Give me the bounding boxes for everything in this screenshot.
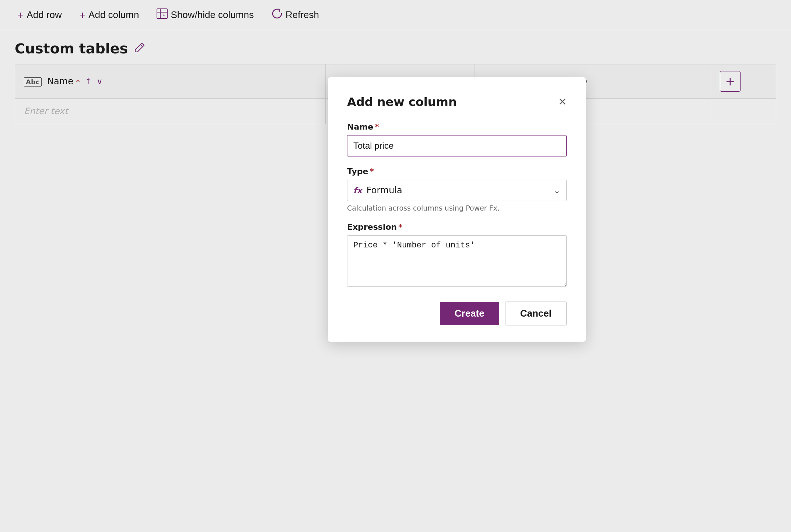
add-column-modal: Add new column ✕ Name* Type* fx Formula … (328, 77, 586, 342)
modal-footer: Create Cancel (347, 302, 567, 325)
name-label: Name* (347, 122, 567, 131)
create-button[interactable]: Create (440, 302, 499, 325)
chevron-down-icon: ⌄ (554, 186, 560, 195)
type-field-group: Type* fx Formula ⌄ Calculation across co… (347, 167, 567, 212)
expression-field-group: Expression* Price * 'Number of units' (347, 222, 567, 288)
modal-header: Add new column ✕ (347, 95, 567, 109)
modal-close-button[interactable]: ✕ (558, 97, 567, 107)
type-select[interactable]: fx Formula ⌄ (347, 180, 567, 201)
modal-title: Add new column (347, 95, 457, 109)
name-field-group: Name* (347, 122, 567, 156)
required-star-type: * (370, 167, 374, 176)
type-value-label: Formula (367, 185, 402, 195)
required-star-expr: * (398, 222, 403, 232)
required-star: * (375, 122, 379, 131)
type-select-wrapper: fx Formula ⌄ (347, 180, 567, 201)
formula-hint: Calculation across columns using Power F… (347, 204, 567, 212)
fx-icon: fx (353, 186, 362, 195)
expression-input[interactable]: Price * 'Number of units' (347, 235, 567, 287)
type-label: Type* (347, 167, 567, 176)
column-name-input[interactable] (347, 135, 567, 156)
type-select-left: fx Formula (353, 185, 402, 195)
cancel-button[interactable]: Cancel (505, 302, 567, 325)
expression-label: Expression* (347, 222, 567, 232)
